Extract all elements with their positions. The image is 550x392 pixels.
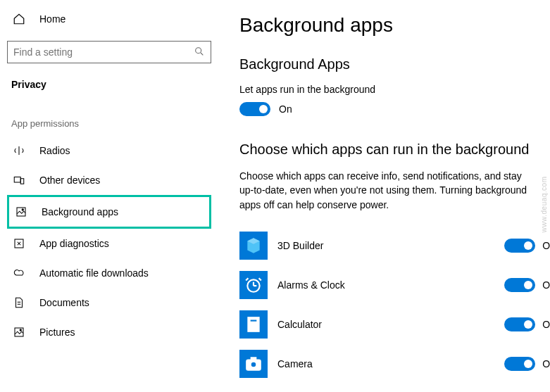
section-background-apps: Background Apps — [239, 56, 550, 72]
sidebar-item-pictures[interactable]: Pictures — [7, 317, 211, 347]
sidebar-item-label: Background apps — [42, 206, 118, 217]
section-description: Choose which apps can receive info, send… — [239, 169, 535, 212]
cloud-download-icon — [13, 267, 25, 279]
svg-point-22 — [253, 324, 254, 326]
svg-rect-29 — [251, 358, 256, 360]
app-name: 3D Builder — [277, 240, 494, 251]
home-label: Home — [39, 13, 65, 25]
main-content: Background apps Background Apps Let apps… — [218, 0, 550, 392]
settings-sidebar: Home Privacy App permissions Radios Othe… — [0, 0, 218, 392]
app-toggle-camera[interactable] — [504, 357, 535, 371]
sidebar-item-label: Other devices — [39, 175, 100, 186]
svg-point-0 — [196, 47, 201, 53]
group-app-permissions: App permissions — [7, 114, 211, 136]
sidebar-item-radios[interactable]: Radios — [7, 136, 211, 165]
app-row-alarms: Alarms & Clock On — [239, 265, 550, 305]
svg-point-24 — [251, 327, 252, 329]
master-toggle-label: Let apps run in the background — [239, 84, 550, 95]
svg-point-6 — [22, 209, 23, 210]
app-toggle-state: On — [542, 319, 550, 330]
radios-icon — [13, 144, 25, 157]
background-apps-icon — [15, 206, 27, 218]
sidebar-item-label: Pictures — [39, 327, 75, 338]
app-toggle-state: On — [542, 279, 550, 291]
svg-point-13 — [20, 329, 21, 331]
app-name: Alarms & Clock — [277, 279, 494, 291]
app-name: Camera — [277, 358, 494, 369]
svg-rect-3 — [14, 177, 20, 183]
sidebar-item-label: Radios — [39, 145, 70, 156]
section-privacy: Privacy — [7, 76, 211, 93]
svg-point-26 — [255, 327, 256, 329]
master-toggle[interactable] — [239, 102, 270, 116]
svg-line-17 — [246, 278, 248, 280]
svg-point-25 — [253, 327, 254, 329]
search-input-wrap[interactable] — [7, 41, 211, 63]
app-row-calculator: Calculator On — [239, 305, 550, 344]
sidebar-item-documents[interactable]: Documents — [7, 288, 211, 317]
devices-icon — [13, 174, 25, 186]
svg-line-1 — [201, 53, 203, 55]
pictures-icon — [13, 326, 25, 339]
app-name: Calculator — [277, 319, 494, 330]
watermark: www.deuaq.com — [541, 177, 549, 233]
svg-line-18 — [259, 278, 261, 280]
sidebar-item-label: App diagnostics — [39, 238, 109, 249]
svg-rect-20 — [250, 319, 258, 322]
search-input[interactable] — [13, 46, 194, 58]
app-toggle-alarms[interactable] — [504, 278, 535, 292]
sidebar-item-app-diagnostics[interactable]: App diagnostics — [7, 229, 211, 258]
home-icon — [13, 13, 25, 25]
master-toggle-state: On — [279, 103, 292, 115]
svg-point-28 — [251, 362, 257, 368]
svg-rect-4 — [20, 179, 24, 184]
sidebar-item-auto-file-downloads[interactable]: Automatic file downloads — [7, 258, 211, 288]
3d-builder-icon — [239, 232, 268, 260]
svg-point-23 — [255, 324, 256, 326]
app-toggle-calculator[interactable] — [504, 317, 535, 331]
home-button[interactable]: Home — [7, 8, 211, 30]
sidebar-item-other-devices[interactable]: Other devices — [7, 165, 211, 195]
search-icon — [194, 46, 205, 59]
svg-point-21 — [251, 324, 252, 326]
app-row-camera: Camera On — [239, 344, 550, 384]
app-toggle-state: On — [542, 358, 550, 369]
sidebar-item-label: Documents — [39, 297, 89, 308]
app-toggle-3d-builder[interactable] — [504, 239, 535, 253]
documents-icon — [13, 296, 25, 309]
section-choose-apps: Choose which apps can run in the backgro… — [239, 141, 550, 158]
camera-icon — [239, 350, 268, 378]
app-row-3d-builder: 3D Builder On — [239, 226, 550, 265]
page-title: Background apps — [239, 14, 550, 37]
alarms-icon — [239, 271, 268, 299]
app-toggle-state: On — [542, 240, 550, 251]
calculator-icon — [239, 310, 268, 339]
sidebar-item-label: Automatic file downloads — [39, 267, 149, 279]
diagnostics-icon — [13, 237, 25, 250]
sidebar-item-background-apps[interactable]: Background apps — [7, 195, 211, 229]
